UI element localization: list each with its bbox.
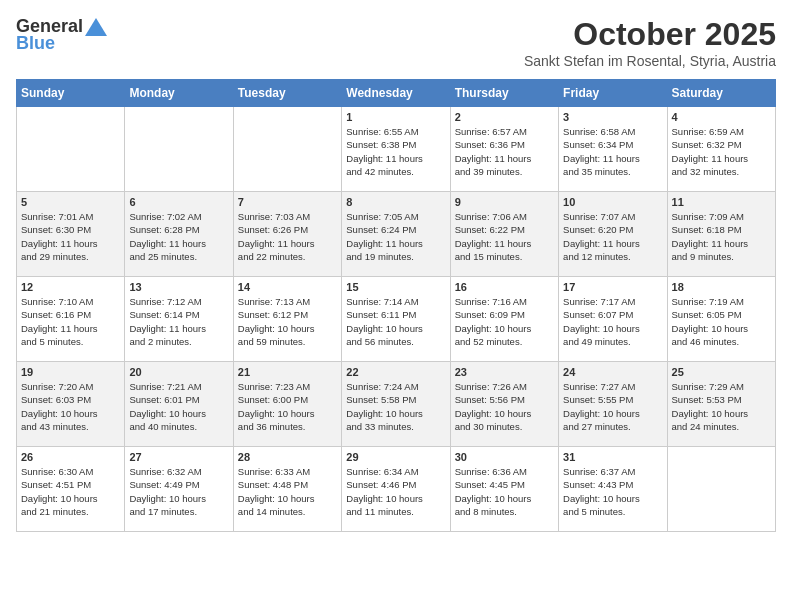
calendar-week-5: 26Sunrise: 6:30 AM Sunset: 4:51 PM Dayli… [17, 447, 776, 532]
calendar-cell: 30Sunrise: 6:36 AM Sunset: 4:45 PM Dayli… [450, 447, 558, 532]
day-info: Sunrise: 7:05 AM Sunset: 6:24 PM Dayligh… [346, 210, 445, 263]
day-info: Sunrise: 7:27 AM Sunset: 5:55 PM Dayligh… [563, 380, 662, 433]
calendar-cell [17, 107, 125, 192]
day-number: 11 [672, 196, 771, 208]
calendar-cell [125, 107, 233, 192]
weekday-header-row: SundayMondayTuesdayWednesdayThursdayFrid… [17, 80, 776, 107]
day-number: 7 [238, 196, 337, 208]
month-title: October 2025 [524, 16, 776, 53]
day-info: Sunrise: 6:32 AM Sunset: 4:49 PM Dayligh… [129, 465, 228, 518]
day-info: Sunrise: 7:26 AM Sunset: 5:56 PM Dayligh… [455, 380, 554, 433]
day-info: Sunrise: 7:21 AM Sunset: 6:01 PM Dayligh… [129, 380, 228, 433]
calendar-cell: 28Sunrise: 6:33 AM Sunset: 4:48 PM Dayli… [233, 447, 341, 532]
day-number: 28 [238, 451, 337, 463]
calendar-cell: 25Sunrise: 7:29 AM Sunset: 5:53 PM Dayli… [667, 362, 775, 447]
day-info: Sunrise: 7:29 AM Sunset: 5:53 PM Dayligh… [672, 380, 771, 433]
day-number: 20 [129, 366, 228, 378]
day-info: Sunrise: 6:59 AM Sunset: 6:32 PM Dayligh… [672, 125, 771, 178]
day-info: Sunrise: 7:10 AM Sunset: 6:16 PM Dayligh… [21, 295, 120, 348]
logo: General Blue [16, 16, 107, 54]
weekday-header-friday: Friday [559, 80, 667, 107]
day-number: 17 [563, 281, 662, 293]
calendar-cell: 29Sunrise: 6:34 AM Sunset: 4:46 PM Dayli… [342, 447, 450, 532]
calendar-cell: 10Sunrise: 7:07 AM Sunset: 6:20 PM Dayli… [559, 192, 667, 277]
calendar-cell: 23Sunrise: 7:26 AM Sunset: 5:56 PM Dayli… [450, 362, 558, 447]
day-info: Sunrise: 7:23 AM Sunset: 6:00 PM Dayligh… [238, 380, 337, 433]
day-info: Sunrise: 7:01 AM Sunset: 6:30 PM Dayligh… [21, 210, 120, 263]
day-info: Sunrise: 6:36 AM Sunset: 4:45 PM Dayligh… [455, 465, 554, 518]
calendar-cell: 21Sunrise: 7:23 AM Sunset: 6:00 PM Dayli… [233, 362, 341, 447]
day-number: 4 [672, 111, 771, 123]
calendar-cell [667, 447, 775, 532]
day-number: 26 [21, 451, 120, 463]
day-info: Sunrise: 6:55 AM Sunset: 6:38 PM Dayligh… [346, 125, 445, 178]
calendar-cell [233, 107, 341, 192]
day-info: Sunrise: 7:17 AM Sunset: 6:07 PM Dayligh… [563, 295, 662, 348]
day-number: 21 [238, 366, 337, 378]
calendar-cell: 6Sunrise: 7:02 AM Sunset: 6:28 PM Daylig… [125, 192, 233, 277]
calendar-cell: 11Sunrise: 7:09 AM Sunset: 6:18 PM Dayli… [667, 192, 775, 277]
calendar-week-4: 19Sunrise: 7:20 AM Sunset: 6:03 PM Dayli… [17, 362, 776, 447]
calendar-cell: 1Sunrise: 6:55 AM Sunset: 6:38 PM Daylig… [342, 107, 450, 192]
day-info: Sunrise: 6:34 AM Sunset: 4:46 PM Dayligh… [346, 465, 445, 518]
calendar-cell: 19Sunrise: 7:20 AM Sunset: 6:03 PM Dayli… [17, 362, 125, 447]
calendar-cell: 24Sunrise: 7:27 AM Sunset: 5:55 PM Dayli… [559, 362, 667, 447]
svg-marker-0 [85, 18, 107, 36]
calendar-week-1: 1Sunrise: 6:55 AM Sunset: 6:38 PM Daylig… [17, 107, 776, 192]
calendar-cell: 12Sunrise: 7:10 AM Sunset: 6:16 PM Dayli… [17, 277, 125, 362]
day-number: 30 [455, 451, 554, 463]
day-number: 9 [455, 196, 554, 208]
calendar-cell: 3Sunrise: 6:58 AM Sunset: 6:34 PM Daylig… [559, 107, 667, 192]
weekday-header-thursday: Thursday [450, 80, 558, 107]
day-number: 5 [21, 196, 120, 208]
calendar-cell: 9Sunrise: 7:06 AM Sunset: 6:22 PM Daylig… [450, 192, 558, 277]
weekday-header-saturday: Saturday [667, 80, 775, 107]
day-info: Sunrise: 7:13 AM Sunset: 6:12 PM Dayligh… [238, 295, 337, 348]
day-number: 23 [455, 366, 554, 378]
day-number: 3 [563, 111, 662, 123]
calendar-cell: 8Sunrise: 7:05 AM Sunset: 6:24 PM Daylig… [342, 192, 450, 277]
day-number: 31 [563, 451, 662, 463]
calendar-cell: 2Sunrise: 6:57 AM Sunset: 6:36 PM Daylig… [450, 107, 558, 192]
day-number: 15 [346, 281, 445, 293]
day-number: 8 [346, 196, 445, 208]
day-info: Sunrise: 7:02 AM Sunset: 6:28 PM Dayligh… [129, 210, 228, 263]
calendar-cell: 26Sunrise: 6:30 AM Sunset: 4:51 PM Dayli… [17, 447, 125, 532]
calendar-cell: 18Sunrise: 7:19 AM Sunset: 6:05 PM Dayli… [667, 277, 775, 362]
calendar-cell: 4Sunrise: 6:59 AM Sunset: 6:32 PM Daylig… [667, 107, 775, 192]
calendar-cell: 15Sunrise: 7:14 AM Sunset: 6:11 PM Dayli… [342, 277, 450, 362]
weekday-header-wednesday: Wednesday [342, 80, 450, 107]
day-info: Sunrise: 7:06 AM Sunset: 6:22 PM Dayligh… [455, 210, 554, 263]
day-number: 1 [346, 111, 445, 123]
day-info: Sunrise: 7:24 AM Sunset: 5:58 PM Dayligh… [346, 380, 445, 433]
calendar-cell: 14Sunrise: 7:13 AM Sunset: 6:12 PM Dayli… [233, 277, 341, 362]
day-info: Sunrise: 7:19 AM Sunset: 6:05 PM Dayligh… [672, 295, 771, 348]
day-info: Sunrise: 6:30 AM Sunset: 4:51 PM Dayligh… [21, 465, 120, 518]
day-info: Sunrise: 7:07 AM Sunset: 6:20 PM Dayligh… [563, 210, 662, 263]
calendar-cell: 27Sunrise: 6:32 AM Sunset: 4:49 PM Dayli… [125, 447, 233, 532]
day-info: Sunrise: 6:57 AM Sunset: 6:36 PM Dayligh… [455, 125, 554, 178]
day-info: Sunrise: 7:14 AM Sunset: 6:11 PM Dayligh… [346, 295, 445, 348]
day-number: 14 [238, 281, 337, 293]
title-block: October 2025 Sankt Stefan im Rosental, S… [524, 16, 776, 69]
day-info: Sunrise: 7:12 AM Sunset: 6:14 PM Dayligh… [129, 295, 228, 348]
logo-blue: Blue [16, 33, 55, 54]
calendar-table: SundayMondayTuesdayWednesdayThursdayFrid… [16, 79, 776, 532]
day-number: 18 [672, 281, 771, 293]
weekday-header-monday: Monday [125, 80, 233, 107]
calendar-cell: 7Sunrise: 7:03 AM Sunset: 6:26 PM Daylig… [233, 192, 341, 277]
location-title: Sankt Stefan im Rosental, Styria, Austri… [524, 53, 776, 69]
day-info: Sunrise: 7:16 AM Sunset: 6:09 PM Dayligh… [455, 295, 554, 348]
calendar-cell: 20Sunrise: 7:21 AM Sunset: 6:01 PM Dayli… [125, 362, 233, 447]
calendar-cell: 22Sunrise: 7:24 AM Sunset: 5:58 PM Dayli… [342, 362, 450, 447]
weekday-header-sunday: Sunday [17, 80, 125, 107]
calendar-cell: 17Sunrise: 7:17 AM Sunset: 6:07 PM Dayli… [559, 277, 667, 362]
page-header: General Blue October 2025 Sankt Stefan i… [16, 16, 776, 69]
calendar-cell: 31Sunrise: 6:37 AM Sunset: 4:43 PM Dayli… [559, 447, 667, 532]
day-number: 2 [455, 111, 554, 123]
day-number: 16 [455, 281, 554, 293]
day-number: 24 [563, 366, 662, 378]
logo-container: General Blue [16, 16, 107, 54]
weekday-header-tuesday: Tuesday [233, 80, 341, 107]
calendar-cell: 5Sunrise: 7:01 AM Sunset: 6:30 PM Daylig… [17, 192, 125, 277]
